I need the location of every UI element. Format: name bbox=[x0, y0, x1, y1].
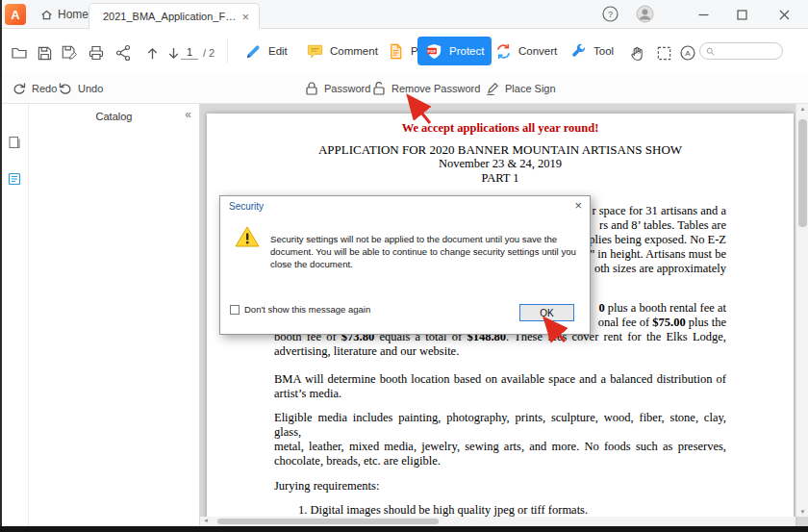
annotation-arrow-ok bbox=[531, 310, 577, 348]
print-button[interactable] bbox=[85, 42, 108, 63]
window-bottom-edge bbox=[0, 526, 808, 532]
share-button[interactable] bbox=[112, 42, 135, 63]
redo-icon bbox=[12, 81, 27, 96]
vertical-scrollbar[interactable]: ▲ ▼ bbox=[795, 104, 808, 517]
svg-text:PDF: PDF bbox=[427, 48, 436, 53]
doc-line: chocolate, breads, etc. are eligible. bbox=[274, 454, 726, 469]
doc-line: Eligible media includes painting, photog… bbox=[274, 411, 726, 440]
password-button[interactable]: Password bbox=[304, 80, 370, 97]
read-mode-button[interactable]: A bbox=[676, 42, 699, 63]
document-tab-label: 2021_BMA_Application_Form* bbox=[103, 11, 240, 22]
search-box[interactable] bbox=[699, 42, 783, 60]
previous-page-button[interactable] bbox=[140, 42, 164, 63]
dialog-close-icon[interactable]: × bbox=[574, 198, 582, 213]
toolbar-separator bbox=[227, 38, 228, 63]
page-icon bbox=[387, 42, 405, 61]
svg-text:A: A bbox=[685, 49, 691, 58]
avatar[interactable] bbox=[636, 5, 654, 23]
catalog-panel-title: Catalog bbox=[96, 111, 133, 122]
doc-date-line: November 23 & 24, 2019 bbox=[207, 157, 794, 171]
unlock-icon bbox=[371, 81, 387, 96]
scroll-left-icon[interactable]: ◄ bbox=[203, 518, 209, 523]
window-minimize-button[interactable] bbox=[685, 0, 721, 29]
search-input[interactable] bbox=[719, 46, 776, 57]
doc-line: advertising, literature and our website. bbox=[274, 344, 726, 359]
convert-button-label: Convert bbox=[518, 45, 557, 57]
catalog-panel-header: Catalog « bbox=[29, 104, 199, 129]
horizontal-scroll-thumb[interactable] bbox=[217, 519, 439, 524]
convert-button[interactable]: Convert bbox=[487, 37, 565, 65]
catalog-list-icon bbox=[7, 171, 22, 187]
arrow-up-icon bbox=[145, 46, 160, 61]
page-total-label: / 2 bbox=[203, 47, 215, 59]
main-toolbar: 1 / 2 Edit Comment Page PDF Protect Conv… bbox=[0, 29, 808, 73]
left-icon-strip bbox=[0, 104, 29, 526]
thumbnails-panel-button[interactable] bbox=[7, 135, 22, 150]
scroll-up-icon[interactable]: ▲ bbox=[796, 106, 808, 112]
catalog-panel: Catalog « bbox=[29, 104, 200, 526]
hand-icon bbox=[628, 44, 646, 63]
home-tab-label: Home bbox=[58, 8, 88, 21]
titlebar: A Home 2021_BMA_Application_Form* × ? bbox=[0, 0, 808, 29]
place-sign-button-label: Place Sign bbox=[505, 83, 556, 94]
signature-pen-icon bbox=[485, 81, 500, 96]
undo-button[interactable]: Undo bbox=[58, 80, 103, 97]
tool-button[interactable]: Tool bbox=[562, 37, 621, 65]
floppy-icon bbox=[37, 45, 53, 62]
dont-show-again-checkbox[interactable] bbox=[230, 305, 240, 315]
doc-banner-line: We accept applications all year round! bbox=[207, 121, 794, 136]
edit-button[interactable]: Edit bbox=[237, 37, 295, 65]
lock-icon bbox=[304, 81, 319, 96]
warning-icon bbox=[235, 225, 260, 248]
horizontal-scrollbar[interactable]: ◄ bbox=[200, 517, 795, 526]
tab-close-icon[interactable]: × bbox=[240, 11, 251, 23]
catalog-panel-button[interactable] bbox=[7, 171, 22, 187]
undo-button-label: Undo bbox=[78, 83, 103, 94]
doc-part-line: PART 1 bbox=[207, 171, 794, 186]
save-button[interactable] bbox=[33, 42, 56, 63]
collapse-panel-icon[interactable]: « bbox=[185, 108, 191, 121]
scroll-down-icon[interactable]: ▼ bbox=[796, 509, 808, 515]
arrow-down-icon bbox=[166, 46, 181, 61]
comment-bubble-icon bbox=[306, 42, 324, 61]
doc-line: artist’s media. bbox=[274, 387, 726, 401]
pencil-icon bbox=[244, 42, 263, 61]
tool-button-label: Tool bbox=[593, 45, 614, 57]
window-close-button[interactable] bbox=[762, 0, 806, 29]
open-file-button[interactable] bbox=[8, 42, 31, 63]
circled-a-icon: A bbox=[679, 44, 696, 62]
comment-button[interactable]: Comment bbox=[298, 37, 386, 65]
dont-show-again-row[interactable]: Don't show this message again bbox=[230, 304, 370, 315]
save-as-button[interactable] bbox=[58, 42, 81, 63]
home-icon bbox=[40, 9, 53, 21]
wrench-icon bbox=[569, 42, 588, 61]
doc-title-line: APPLICATION FOR 2020 BANNER MOUNTAIN ART… bbox=[207, 142, 794, 158]
hand-tool-button[interactable] bbox=[625, 42, 648, 63]
dialog-message: Security settings will not be applied to… bbox=[270, 233, 593, 270]
protect-button[interactable]: PDF Protect bbox=[417, 37, 492, 65]
doc-line: Jurying requirements: bbox=[274, 479, 726, 494]
page-number-input[interactable]: 1 bbox=[181, 45, 198, 60]
place-sign-button[interactable]: Place Sign bbox=[485, 80, 556, 97]
undo-icon bbox=[58, 81, 73, 96]
protect-button-label: Protect bbox=[449, 45, 484, 57]
redo-button[interactable]: Redo bbox=[12, 80, 57, 97]
snapshot-tool-button[interactable] bbox=[652, 42, 675, 63]
window-maximize-button[interactable] bbox=[723, 0, 760, 29]
comment-button-label: Comment bbox=[330, 45, 378, 57]
folder-icon bbox=[11, 44, 28, 62]
floppy-pencil-icon bbox=[61, 44, 78, 62]
doc-list-item: 1. Digital images should be high quality… bbox=[274, 503, 726, 518]
tab-document[interactable]: 2021_BMA_Application_Form* × bbox=[88, 3, 260, 29]
svg-text:?: ? bbox=[608, 10, 613, 19]
dont-show-again-label: Don't show this message again bbox=[244, 304, 370, 315]
vertical-scroll-thumb[interactable] bbox=[798, 119, 807, 227]
share-icon bbox=[114, 44, 132, 62]
search-icon bbox=[706, 46, 715, 57]
doc-line: metal, leather, mixed media, jewelry, se… bbox=[274, 440, 726, 454]
app-logo-icon: A bbox=[5, 4, 26, 25]
pages-icon bbox=[7, 135, 22, 150]
convert-arrows-icon bbox=[494, 42, 513, 61]
help-icon[interactable]: ? bbox=[602, 6, 619, 22]
printer-icon bbox=[88, 44, 105, 62]
